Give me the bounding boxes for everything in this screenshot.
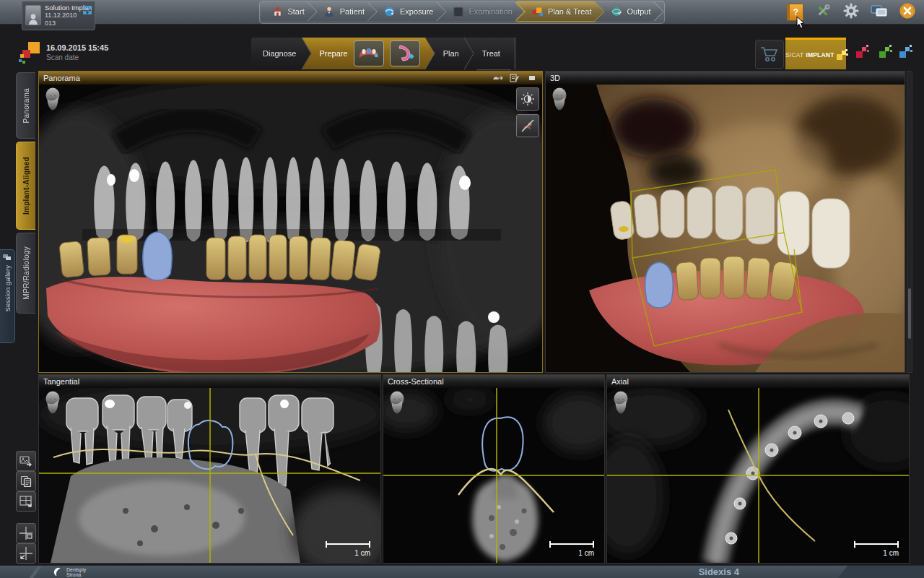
volume-3d-title: 3D	[550, 74, 900, 82]
step-prepare[interactable]: Prepare	[302, 38, 434, 69]
help-button[interactable]: ?	[785, 3, 804, 22]
workspace-tab-mpr-radiology[interactable]: MPR/Radiology	[16, 233, 35, 314]
examination-icon	[452, 6, 464, 18]
phase-navigation: Start Patient Exposure Examination Plan …	[261, 2, 663, 21]
tools-button[interactable]	[814, 3, 832, 22]
phase-plan-treat[interactable]: Plan & Treat	[516, 2, 604, 21]
scrollbar-thumb[interactable]	[908, 288, 911, 339]
tangential-viewport[interactable]: 1 cm	[39, 388, 380, 563]
cross-sectional-viewport[interactable]: 1 cm	[383, 388, 604, 563]
sidexis-app-window: Start Patient Exposure Examination Plan …	[0, 0, 924, 578]
orientation-head-icon	[43, 87, 62, 112]
scale-bar: 1 cm	[854, 541, 899, 557]
window-layout-button[interactable]	[870, 3, 889, 22]
volume-3d-panel: 3D	[545, 71, 905, 373]
phase-label: Examination	[468, 7, 513, 16]
panorama-header[interactable]: Panorama	[39, 72, 542, 85]
gear-icon	[843, 3, 859, 22]
orientation-head-icon	[388, 391, 406, 415]
implant-squares-icon	[837, 49, 846, 61]
app-button-prefix: SICAT	[785, 51, 803, 59]
dentsply-sirona-logo: Dentsply Sirona	[53, 567, 86, 577]
cross-sectional-title: Cross-Sectional	[388, 377, 600, 386]
maximize-view-icon[interactable]	[526, 73, 538, 83]
step-treat[interactable]: Treat	[465, 38, 515, 69]
tangential-panel: Tangential	[38, 374, 381, 564]
phase-label: Start	[287, 7, 304, 16]
patient-card[interactable]: Solution Implant 11.12.2010 013	[22, 1, 95, 30]
volume-3d-image	[546, 85, 905, 372]
plan-treat-icon	[531, 6, 544, 18]
sicat-implant-button[interactable]: SICATIMPLANT	[785, 38, 846, 69]
session-gallery-label: Session gallery	[4, 265, 12, 311]
workspace-tab-label: Implant-Aligned	[22, 157, 30, 215]
shop-cart-button[interactable]	[755, 40, 784, 69]
copy-view-icon[interactable]	[509, 73, 520, 83]
step-label: Prepare	[319, 49, 347, 58]
home-icon	[271, 6, 283, 18]
axial-panel: Axial	[606, 374, 910, 564]
phase-output[interactable]: Output	[596, 2, 663, 21]
panorama-title: Panorama	[43, 74, 487, 82]
phase-label: Patient	[340, 7, 365, 16]
workspace-tab-panorama[interactable]: Panorama	[16, 72, 35, 139]
close-icon	[899, 2, 916, 22]
tangential-header[interactable]: Tangential	[39, 375, 380, 388]
workspace-tab-label: Panorama	[22, 88, 30, 124]
brightness-contrast-button[interactable]	[516, 87, 539, 111]
panorama-viewport[interactable]	[39, 85, 542, 372]
scale-bar: 1 cm	[326, 541, 370, 557]
copy-to-clipboard-button[interactable]	[16, 471, 36, 491]
show-objects-icon[interactable]	[492, 73, 503, 83]
workspace: 16.09.2015 15:45 Scan date Diagnose Prep…	[0, 25, 924, 565]
phase-label: Output	[627, 7, 651, 16]
patient-icon	[323, 6, 336, 18]
implant-app-green-icon[interactable]	[879, 45, 894, 59]
volume-3d-viewport[interactable]	[546, 85, 905, 372]
axial-viewport[interactable]: 1 cm	[607, 388, 909, 563]
close-button[interactable]	[898, 3, 917, 22]
workspace-tab-label: MPR/Radiology	[22, 246, 30, 299]
brand-dentsply: Dentsply	[66, 567, 86, 572]
volume-3d-header[interactable]: 3D	[546, 72, 905, 85]
phase-patient[interactable]: Patient	[308, 2, 377, 21]
implant-app-blue-icon[interactable]	[899, 45, 914, 59]
app-button-name: IMPLANT	[806, 51, 834, 59]
layout-grid-button[interactable]	[16, 491, 36, 512]
axial-title: Axial	[611, 377, 905, 386]
jump-to-crosshair-button[interactable]	[16, 543, 36, 564]
scale-label: 1 cm	[549, 549, 594, 557]
patient-record-id: 013	[45, 20, 92, 27]
add-jaw-model-button[interactable]	[390, 40, 420, 66]
session-gallery-tab[interactable]: Session gallery	[0, 249, 15, 343]
product-name: Sidexis 4	[699, 566, 739, 577]
statusbar-divider	[29, 566, 42, 578]
axial-header[interactable]: Axial	[607, 375, 909, 388]
status-bar: Dentsply Sirona Sidexis 4	[0, 565, 924, 578]
export-image-button[interactable]	[16, 451, 36, 471]
patient-card-expand-icon[interactable]	[83, 4, 92, 17]
session-gallery-icon	[3, 254, 12, 261]
tools-icon	[815, 3, 831, 22]
phase-exposure[interactable]: Exposure	[368, 2, 445, 21]
phase-examination[interactable]: Examination	[437, 2, 525, 21]
settings-button[interactable]	[842, 3, 860, 22]
reset-crosshair-button[interactable]	[16, 523, 36, 543]
cross-sectional-panel: Cross-Sectional	[383, 374, 605, 564]
phase-label: Exposure	[400, 7, 433, 16]
panorama-panel: Panorama	[38, 71, 543, 373]
vertical-scrollbar[interactable]	[907, 71, 912, 373]
cross-sectional-header[interactable]: Cross-Sectional	[383, 375, 604, 388]
implant-app-red-icon[interactable]	[856, 45, 871, 59]
hide-objects-button[interactable]	[516, 114, 539, 137]
add-optical-impression-button[interactable]	[354, 40, 384, 66]
orientation-head-icon	[611, 391, 630, 415]
scale-bar: 1 cm	[549, 541, 594, 557]
brand-sirona: Sirona	[66, 572, 86, 577]
tangential-image	[39, 388, 380, 563]
system-icons: ?	[785, 3, 917, 22]
scan-datetime: 16.09.2015 15:45	[46, 43, 108, 53]
orientation-head-icon	[43, 391, 62, 415]
workspace-tab-implant-aligned[interactable]: Implant-Aligned	[16, 142, 35, 230]
output-icon	[611, 6, 623, 18]
